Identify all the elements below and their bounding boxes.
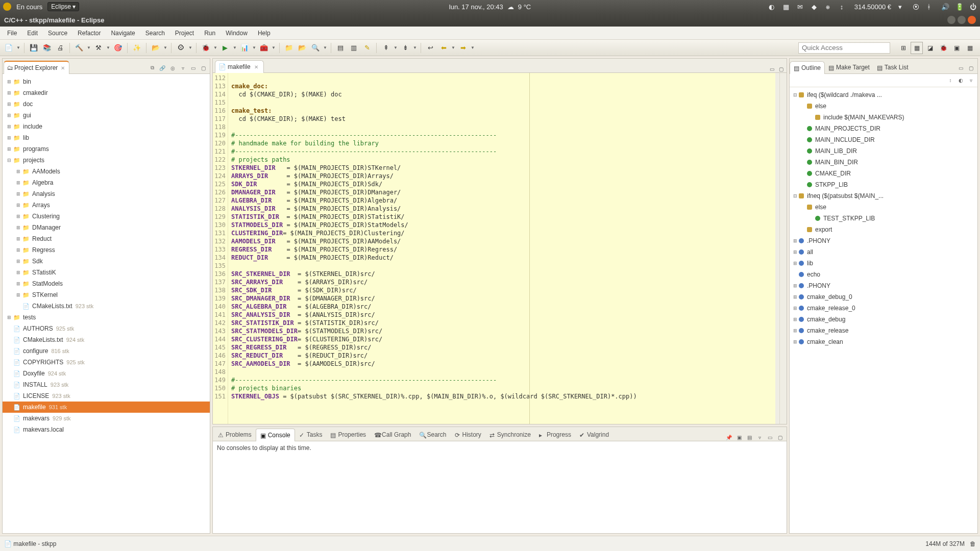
tree-item-include[interactable]: ⊞📁include [3, 121, 210, 132]
new-button[interactable]: 📄 [3, 42, 14, 54]
ext-tools-button[interactable]: 🧰 [258, 42, 270, 54]
open-perspective-button[interactable]: ⊞ [897, 42, 910, 54]
expand-toggle[interactable]: ⊞ [6, 113, 13, 118]
close-button[interactable] [968, 16, 976, 24]
outline-item[interactable]: export [790, 224, 977, 235]
save-button[interactable]: 💾 [28, 42, 39, 54]
clock-label[interactable]: lun. 17 nov., 20:43 [449, 3, 503, 11]
outline-item[interactable]: echo [790, 269, 977, 280]
display-console-button[interactable]: ▣ [736, 434, 743, 441]
maximize-view-button[interactable]: ▢ [776, 434, 783, 441]
expand-toggle[interactable]: ⊞ [792, 317, 799, 322]
expand-toggle[interactable]: ⊞ [15, 292, 22, 297]
overview-ruler[interactable] [779, 73, 787, 424]
menu-search[interactable]: Search [140, 28, 170, 39]
tree-item-clustering[interactable]: ⊞📁Clustering [3, 211, 210, 222]
open-type-button[interactable]: 📂 [150, 42, 161, 54]
outline-item[interactable]: STKPP_LIB [790, 179, 977, 190]
quick-access-input[interactable] [798, 42, 890, 54]
expand-toggle[interactable]: ⊟ [6, 158, 13, 163]
outline-item[interactable]: ⊞cmake_release [790, 325, 977, 336]
expand-toggle[interactable]: ⊞ [15, 247, 22, 253]
minimize-button[interactable] [947, 16, 955, 24]
tree-item-configure[interactable]: 📄configure816 stk [3, 345, 210, 357]
expand-toggle[interactable]: ⊞ [792, 328, 799, 333]
tree-item-programs[interactable]: ⊞📁programs [3, 143, 210, 155]
balance-label[interactable]: 314.50000 € [854, 3, 891, 11]
target-button[interactable]: 🎯 [112, 42, 124, 54]
maximize-button[interactable] [958, 16, 966, 24]
profile-button[interactable]: 📊 [239, 42, 250, 54]
outline-item[interactable]: ⊞cmake_clean [790, 336, 977, 347]
dock-tab-progress[interactable]: ▸Progress [535, 429, 575, 441]
tree-item-algebra[interactable]: ⊞📁Algebra [3, 177, 210, 188]
outline-tab-make-target[interactable]: ▤Make Target [825, 61, 873, 73]
outline-item[interactable]: include $(MAIN_MAKEVARS) [790, 112, 977, 123]
save-all-button[interactable]: 📚 [41, 42, 53, 54]
outline-item[interactable]: else [790, 101, 977, 112]
tree-item-statmodels[interactable]: ⊞📁StatModels [3, 278, 210, 289]
dock-tab-properties[interactable]: ▤Properties [326, 429, 370, 441]
expand-toggle[interactable]: ⊞ [15, 281, 22, 286]
project-tree[interactable]: ⊞📁bin⊞📁cmakedir⊞📁doc⊞📁gui⊞📁include⊞📁lib⊞… [3, 74, 210, 533]
perspective-other[interactable]: ▦ [964, 42, 976, 54]
accessibility-icon[interactable]: ⦿ [913, 3, 920, 10]
sound-icon[interactable]: 🔊 [941, 3, 948, 10]
view-menu-button[interactable]: ▿ [179, 64, 186, 71]
last-edit-button[interactable]: ↩ [425, 42, 436, 54]
expand-toggle[interactable]: ⊞ [792, 306, 799, 311]
tree-item-bin[interactable]: ⊞📁bin [3, 76, 210, 87]
menu-project[interactable]: Project [170, 28, 199, 39]
outline-item[interactable]: MAIN_PROJECTS_DIR [790, 123, 977, 134]
view-menu-button[interactable]: ▿ [967, 77, 974, 84]
minimize-view-button[interactable]: ▭ [189, 64, 197, 71]
tree-item-license[interactable]: 📄LICENSE923 stk [3, 390, 210, 402]
perspective-other[interactable]: ▣ [950, 42, 963, 54]
tree-item-lib[interactable]: ⊞📁lib [3, 132, 210, 143]
tree-item-sdk[interactable]: ⊞📁Sdk [3, 256, 210, 267]
dock-tab-synchronize[interactable]: ⇄Synchronize [485, 429, 535, 441]
minimize-view-button[interactable]: ▭ [957, 64, 964, 71]
gc-button[interactable]: 🗑 [970, 540, 976, 547]
dock-tab-call-graph[interactable]: ☎Call Graph [370, 429, 415, 441]
tree-item-cmakelists-txt[interactable]: 📄CMakeLists.txt923 stk [3, 300, 210, 312]
outline-item[interactable]: MAIN_INCLUDE_DIR [790, 134, 977, 145]
debug-button[interactable]: 🐞 [200, 42, 211, 54]
power-icon[interactable]: ⏻ [970, 3, 977, 10]
close-icon[interactable]: ✕ [254, 64, 258, 70]
dock-tab-problems[interactable]: ⚠Problems [214, 429, 256, 441]
dock-tab-valgrind[interactable]: ✔Valgrind [575, 429, 613, 441]
outline-item[interactable]: ⊟ifneq ($(patsubst $(MAIN_... [790, 190, 977, 202]
open-console-button[interactable]: ▤ [746, 434, 753, 441]
perspective-cpp[interactable]: ▦ [911, 42, 923, 54]
tree-item-gui[interactable]: ⊞📁gui [3, 110, 210, 121]
tray-icon[interactable]: ⎈ [826, 3, 833, 10]
outline-item[interactable]: ⊞cmake_debug [790, 314, 977, 325]
project-explorer-tab[interactable]: 🗂 Project Explorer ✕ [4, 61, 69, 74]
expand-toggle[interactable]: ⊞ [15, 225, 22, 230]
outline-item[interactable]: ⊞cmake_debug_0 [790, 291, 977, 303]
wand-button[interactable]: ✨ [131, 42, 142, 54]
expand-toggle[interactable]: ⊞ [6, 79, 13, 84]
open-task-button[interactable]: 📁 [283, 42, 295, 54]
maximize-editor-button[interactable]: ▢ [777, 65, 785, 72]
expand-toggle[interactable]: ⊞ [6, 146, 13, 152]
menu-refactor[interactable]: Refactor [72, 28, 106, 39]
dock-tab-search[interactable]: 🔍Search [415, 429, 450, 441]
expand-toggle[interactable]: ⊞ [792, 261, 799, 266]
folder-button[interactable]: 📂 [297, 42, 308, 54]
mail-icon[interactable]: ✉ [797, 3, 804, 10]
tree-item-cmakedir[interactable]: ⊞📁cmakedir [3, 87, 210, 98]
expand-toggle[interactable]: ⊟ [792, 193, 799, 198]
dock-tab-console[interactable]: ▣Console [256, 429, 295, 441]
build-button[interactable]: 🔨 [74, 42, 85, 54]
build-all-button[interactable]: ⚒ [93, 42, 104, 54]
menu-source[interactable]: Source [43, 28, 72, 39]
expand-toggle[interactable]: ⊟ [792, 92, 799, 97]
tree-item-tests[interactable]: ⊞📁tests [3, 312, 210, 323]
weather-label[interactable]: 9 °C [518, 3, 531, 11]
tree-item-makevars[interactable]: 📄makevars929 stk [3, 413, 210, 424]
maximize-view-button[interactable]: ▢ [967, 64, 974, 71]
tree-item-doc[interactable]: ⊞📁doc [3, 98, 210, 110]
tree-item-makevars-local[interactable]: 📄makevars.local [3, 424, 210, 435]
